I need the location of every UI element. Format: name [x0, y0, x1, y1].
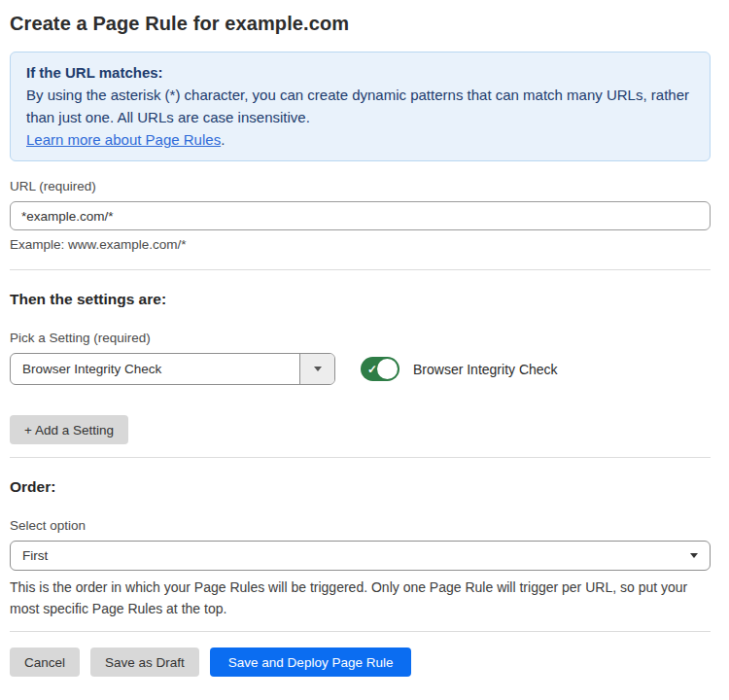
url-label: URL (required) — [10, 179, 711, 193]
chevron-down-icon — [314, 367, 322, 371]
order-select[interactable]: First — [10, 541, 711, 571]
pick-setting-label: Pick a Setting (required) — [10, 331, 711, 345]
divider — [10, 269, 711, 270]
settings-heading: Then the settings are: — [10, 291, 711, 308]
select-option-label: Select option — [10, 518, 711, 533]
link-suffix: . — [221, 131, 225, 148]
page-title: Create a Page Rule for example.com — [10, 13, 711, 35]
setting-row: Browser Integrity Check ✓ Browser Integr… — [10, 353, 711, 385]
save-deploy-button[interactable]: Save and Deploy Page Rule — [210, 648, 412, 677]
form-actions: Cancel Save as Draft Save and Deploy Pag… — [10, 648, 711, 677]
url-input[interactable] — [10, 201, 711, 230]
toggle-knob — [377, 359, 398, 379]
order-help-text: This is the order in which your Page Rul… — [10, 577, 711, 619]
order-heading: Order: — [10, 478, 711, 496]
cancel-button[interactable]: Cancel — [10, 648, 80, 677]
setting-select-arrow-button[interactable] — [299, 354, 334, 384]
toggle-label: Browser Integrity Check — [413, 362, 558, 377]
setting-select-value: Browser Integrity Check — [11, 362, 299, 376]
setting-select[interactable]: Browser Integrity Check — [10, 353, 335, 385]
info-box-link-line: Learn more about Page Rules. — [26, 128, 694, 151]
page-rule-form: Create a Page Rule for example.com If th… — [0, 0, 729, 677]
learn-more-link[interactable]: Learn more about Page Rules — [26, 131, 221, 148]
divider — [10, 457, 711, 458]
divider — [10, 631, 711, 632]
setting-toggle[interactable]: ✓ — [361, 357, 399, 381]
url-hint: Example: www.example.com/* — [10, 237, 711, 252]
info-box-heading: If the URL matches: — [26, 61, 694, 84]
save-draft-button[interactable]: Save as Draft — [90, 648, 199, 677]
order-select-value: First — [22, 548, 690, 563]
check-icon: ✓ — [367, 363, 377, 374]
url-field-group: URL (required) Example: www.example.com/… — [10, 179, 711, 252]
chevron-down-icon — [690, 553, 698, 558]
info-box-body: By using the asterisk (*) character, you… — [26, 84, 694, 128]
url-match-info-box: If the URL matches: By using the asteris… — [10, 52, 711, 161]
add-setting-button[interactable]: + Add a Setting — [10, 415, 128, 444]
